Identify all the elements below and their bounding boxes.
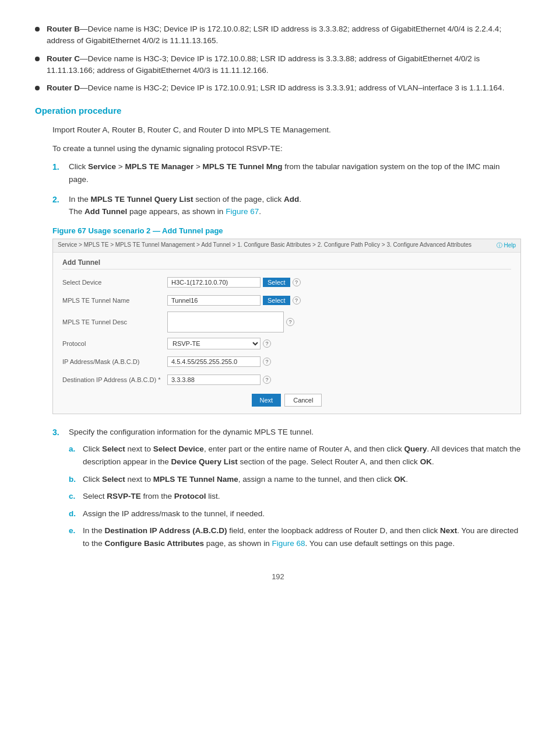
step-2-sub-text2: page appears, as shown in <box>127 207 226 216</box>
alpha-a-text-before: Click <box>83 444 102 453</box>
alpha-a-label: a. <box>69 443 83 456</box>
dest-ip-input[interactable] <box>167 374 261 385</box>
step-1-sep1: > <box>116 162 125 171</box>
page-number: 192 <box>35 572 521 581</box>
alpha-c-bold2: Protocol <box>174 492 206 501</box>
alpha-a-text-mid: next to <box>125 444 153 453</box>
step-1-bold3: MPLS TE Tunnel Mng <box>203 162 283 171</box>
alpha-c-text-mid: from the <box>141 492 174 501</box>
select-device-input[interactable] <box>167 277 261 288</box>
tunnel-desc-help-icon[interactable]: ? <box>286 318 294 326</box>
step-1: 1. Click Service > MPLS TE Manager > MPL… <box>52 160 521 186</box>
form-row-tunnel-desc: MPLS TE Tunnel Desc ? <box>62 312 511 332</box>
select-device-help-icon[interactable]: ? <box>293 278 301 286</box>
step-2-num: 2. <box>52 193 69 206</box>
alpha-b-text-mid: next to <box>125 475 153 484</box>
step-2-text-before: In the <box>69 195 91 204</box>
alpha-c-bold1: RSVP-TE <box>107 492 141 501</box>
form-row-ip-mask: IP Address/Mask (A.B.C.D) ? <box>62 355 511 369</box>
dest-ip-help-icon[interactable]: ? <box>263 376 271 384</box>
alpha-b-label: b. <box>69 473 83 486</box>
alpha-e-bold2: Next <box>440 526 457 535</box>
list-item-router-b: Router B—Device name is H3C; Device IP i… <box>35 23 521 47</box>
alpha-step-a: a. Click Select next to Select Device, e… <box>69 443 521 468</box>
alpha-d-text: Assign the IP address/mask to the tunnel… <box>83 508 265 520</box>
step-2-sub-bold: Add Tunnel <box>85 207 127 216</box>
alpha-a-text-mid2: , enter part or the entire name of Route… <box>204 444 404 453</box>
alpha-e-text-mid: field, enter the loopback address of Rou… <box>227 526 440 535</box>
field-label-protocol: Protocol <box>62 340 167 347</box>
field-label-tunnel-name: MPLS TE Tunnel Name <box>62 297 167 304</box>
figure-67-link[interactable]: Figure 67 <box>226 207 259 216</box>
alpha-step-e: e. In the Destination IP Address (A.B.C.… <box>69 524 521 550</box>
next-button[interactable]: Next <box>252 394 281 407</box>
router-c-text: —Device name is H3C-3; Device IP is 172.… <box>47 54 480 75</box>
alpha-b-text-after: , assign a name to the tunnel, and then … <box>238 475 394 484</box>
tunnel-name-select-button[interactable]: Select <box>263 296 290 305</box>
router-b-text: —Device name is H3C; Device IP is 172.10… <box>47 24 501 45</box>
step-3-num: 3. <box>52 426 69 439</box>
step-2-bold1: MPLS TE Tunnel Query List <box>91 195 193 204</box>
protocol-select[interactable]: RSVP-TE <box>167 338 261 349</box>
router-d-text: —Device name is H3C-2; Device IP is 172.… <box>80 83 504 92</box>
step-1-sep2: > <box>193 162 202 171</box>
form-row-select-device: Select Device Select ? <box>62 275 511 289</box>
intro1: Import Router A, Router B, Router C, and… <box>52 124 521 136</box>
tunnel-desc-textarea[interactable] <box>167 312 284 332</box>
alpha-a-text-end: . <box>432 457 434 466</box>
tunnel-name-input[interactable] <box>167 295 261 306</box>
alpha-b-bold2: MPLS TE Tunnel Name <box>153 475 238 484</box>
alpha-e-text-after: . You can use default settings on this p… <box>305 539 455 548</box>
alpha-a-bold5: OK <box>420 457 432 466</box>
step-2-sub-text3: . <box>259 207 261 216</box>
protocol-help-icon[interactable]: ? <box>263 340 271 348</box>
router-b-label: Router B <box>47 24 80 33</box>
alpha-a-bold3: Query <box>404 444 427 453</box>
alpha-a-bold2: Select Device <box>153 444 204 453</box>
step-2-sub-text: The <box>69 207 85 216</box>
select-device-button[interactable]: Select <box>263 278 290 287</box>
alpha-c-text-before: Select <box>83 492 107 501</box>
alpha-c-label: c. <box>69 490 83 503</box>
alpha-step-c: c. Select RSVP-TE from the Protocol list… <box>69 490 521 503</box>
router-d-label: Router D <box>47 83 80 92</box>
cancel-button[interactable]: Cancel <box>284 394 322 407</box>
figure-68-link[interactable]: Figure 68 <box>272 539 305 548</box>
alpha-e-bold1: Destination IP Address (A.B.C.D) <box>105 526 227 535</box>
form-inner: Add Tunnel Select Device Select ? MPLS T… <box>53 253 520 414</box>
field-label-dest-ip: Destination IP Address (A.B.C.D) * <box>62 376 167 383</box>
field-label-tunnel-desc: MPLS TE Tunnel Desc <box>62 318 167 326</box>
breadcrumb-bar: Service > MPLS TE > MPLS TE Tunnel Manag… <box>53 239 520 253</box>
breadcrumb-text: Service > MPLS TE > MPLS TE Tunnel Manag… <box>58 242 471 250</box>
alpha-e-label: e. <box>69 524 83 537</box>
bullet-dot <box>35 27 40 32</box>
bullet-dot <box>35 86 40 90</box>
alpha-step-d: d. Assign the IP address/mask to the tun… <box>69 508 521 520</box>
field-label-select-device: Select Device <box>62 279 167 286</box>
intro2: To create a tunnel using the dynamic sig… <box>52 142 521 155</box>
ip-mask-input[interactable] <box>167 356 261 367</box>
alpha-d-label: d. <box>69 508 83 520</box>
alpha-b-bold1: Select <box>102 475 125 484</box>
section-heading: Operation procedure <box>35 106 521 116</box>
ip-mask-help-icon[interactable]: ? <box>263 358 271 366</box>
alpha-e-text-before: In the <box>83 526 105 535</box>
step-1-num: 1. <box>52 160 69 173</box>
alpha-e-text-mid3: page, as shown in <box>204 539 272 548</box>
alpha-e-bold3: Configure Basic Attributes <box>105 539 205 548</box>
alpha-b-text-end: . <box>406 475 408 484</box>
tunnel-name-help-icon[interactable]: ? <box>293 296 301 304</box>
field-label-ip-mask: IP Address/Mask (A.B.C.D) <box>62 358 167 365</box>
screenshot-box: Service > MPLS TE > MPLS TE Tunnel Manag… <box>52 239 521 414</box>
list-item-router-c: Router C—Device name is H3C-3; Device IP… <box>35 53 521 77</box>
alpha-a-bold4: Device Query List <box>171 457 238 466</box>
alpha-list: a. Click Select next to Select Device, e… <box>69 443 521 550</box>
form-row-dest-ip: Destination IP Address (A.B.C.D) * ? <box>62 373 511 387</box>
form-section-title: Add Tunnel <box>62 258 511 270</box>
figure-caption: Figure 67 Usage scenario 2 — Add Tunnel … <box>52 226 521 235</box>
help-link[interactable]: ⓘ Help <box>497 242 516 250</box>
bullet-dot <box>35 57 40 61</box>
step-2-bold2: Add <box>284 195 299 204</box>
alpha-c-text-after: list. <box>206 492 220 501</box>
alpha-step-b: b. Click Select next to MPLS TE Tunnel N… <box>69 473 521 486</box>
